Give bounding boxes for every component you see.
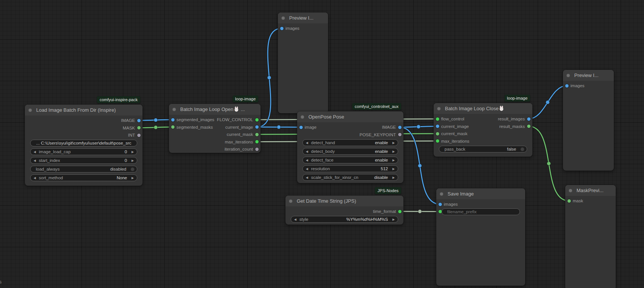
link-midpoint-dot[interactable] [418,164,422,168]
link-midpoint-dot[interactable] [418,209,422,213]
output-slot-current_image: current_image [225,124,261,131]
result_images-output-dot[interactable] [527,117,531,121]
increment-arrow-icon[interactable]: ▶ [393,216,395,223]
images-input-dot[interactable] [565,84,569,88]
link-midpoint-dot[interactable] [417,125,420,129]
image-input-dot[interactable] [299,126,303,129]
decrement-arrow-icon[interactable]: ◀ [34,157,36,164]
link-midpoint-dot[interactable] [154,118,158,122]
link-midpoint-dot[interactable] [277,125,281,129]
node-mask-preview[interactable]: MaskPrevi...mask [565,185,616,288]
link-midpoint-dot[interactable] [267,76,271,80]
collapse-dot[interactable] [28,108,32,112]
time_format-output-dot[interactable] [398,210,402,213]
collapse-dot[interactable] [569,189,572,193]
widget-filename_prefix[interactable]: filename_prefix [442,208,520,215]
input-slot-label: flow_control [441,117,464,121]
widget-detect_hand[interactable]: ◀detect_handenable▶ [302,139,398,146]
output-slot-max_iterations: max_iterations [225,139,261,145]
increment-arrow-icon[interactable]: ▶ [132,157,134,164]
node-load-image-batch[interactable]: Load Image Batch From Dir (Inspire)IMAGE… [25,105,143,186]
widget-pass_back[interactable]: pass_backfalse [439,146,527,152]
iteration_count-output-dot[interactable] [255,148,259,151]
collapse-dot[interactable] [566,74,570,77]
decrement-arrow-icon[interactable]: ◀ [306,174,308,181]
input-slot-segmented_masks: segmented_masks [169,124,213,131]
decrement-arrow-icon[interactable]: ◀ [294,216,296,223]
widget-value: false [507,146,516,152]
widget-detect_body[interactable]: ◀detect_bodyenable▶ [302,148,398,155]
result_masks-output-dot[interactable] [527,125,531,128]
toggle-knob-icon[interactable] [130,167,135,171]
output-slot-label: MASK [123,126,135,130]
collapse-dot[interactable] [437,107,441,111]
collapse-dot[interactable] [289,199,293,203]
collapse-dot[interactable] [301,115,304,119]
decrement-arrow-icon[interactable]: ◀ [306,140,308,146]
node-batch-loop-close[interactable]: Batch Image Loop Closeflow_controlcurren… [434,103,532,157]
node-preview-image-top[interactable]: Preview I...images [278,12,328,113]
widget-value: enable [375,157,388,163]
output-slot-label: current_image [225,125,253,129]
widget-sort_method[interactable]: ◀sort_methodNone▶ [30,174,137,181]
increment-arrow-icon[interactable]: ▶ [393,140,395,146]
increment-arrow-icon[interactable]: ▶ [393,157,395,163]
node-get-date-time[interactable]: Get Date Time String (JPS)time_format◀st… [285,196,403,225]
clipped-text: s [0,279,2,285]
input-slot-label: segmented_images [176,117,214,122]
IMAGE-output-dot[interactable] [398,126,402,129]
rabbit-emoji-icon [499,106,504,111]
output-slot-label: FLOW_CONTROL [217,117,253,122]
IMAGE-output-dot[interactable] [137,119,141,122]
toggle-knob-icon[interactable] [520,147,524,151]
increment-arrow-icon[interactable]: ▶ [393,166,395,172]
widget-style[interactable]: ◀style%Y%m%d%H%M%S▶ [291,216,398,223]
node-save-image[interactable]: Save Imageimagesfilename_prefixfilename_… [436,188,525,286]
decrement-arrow-icon[interactable]: ◀ [34,175,36,181]
collapse-dot[interactable] [172,108,176,111]
widget-scale_stick_for_xinsr_cn[interactable]: ◀scale_stick_for_xinsr_cndisable▶ [302,174,398,181]
max_iterations-output-dot[interactable] [255,140,259,143]
current_image-input-dot[interactable] [436,125,439,128]
link-midpoint-dot[interactable] [547,162,551,165]
flow_control-input-dot[interactable] [436,117,439,121]
decrement-arrow-icon[interactable]: ◀ [306,166,308,172]
INT-output-dot[interactable] [137,134,141,137]
images-input-dot[interactable] [280,27,284,30]
increment-arrow-icon[interactable]: ▶ [393,174,395,181]
images-input-dot[interactable] [439,203,442,206]
node-preview-image-right[interactable]: Preview I...images [563,70,614,171]
link-midpoint-dot[interactable] [154,126,158,129]
decrement-arrow-icon[interactable]: ◀ [34,149,36,155]
increment-arrow-icon[interactable]: ▶ [132,175,134,181]
node-graph-canvas[interactable]: s Load Image Batch From Dir (Inspire)IMA… [0,0,644,288]
current_mask-input-dot[interactable] [436,132,439,136]
node-openpose-pose[interactable]: OpenPose PoseimageIMAGEPOSE_KEYPOINT◀det… [297,111,403,183]
widget-image_load_cap[interactable]: ◀image_load_cap0▶ [30,148,137,155]
current_mask-output-dot[interactable] [255,133,259,136]
node-batch-loop-open[interactable]: Batch Image Loop Open ...segmented_image… [169,104,261,153]
segmented_masks-input-dot[interactable] [171,125,175,129]
input-slot-label: current_image [441,124,469,129]
widget-resolution[interactable]: ◀resolution512▶ [302,165,398,172]
decrement-arrow-icon[interactable]: ◀ [306,148,308,155]
MASK-output-dot[interactable] [137,126,141,129]
decrement-arrow-icon[interactable]: ◀ [306,157,308,163]
current_image-output-dot[interactable] [255,125,259,129]
segmented_images-input-dot[interactable] [171,118,175,122]
widget-label: pass_back [445,146,465,152]
POSE_KEYPOINT-output-dot[interactable] [398,133,402,136]
increment-arrow-icon[interactable]: ▶ [132,149,134,155]
increment-arrow-icon[interactable]: ▶ [393,148,395,155]
input-slot-label: images [444,202,458,206]
widget-path-text[interactable]: ... C:\Users\syui\git\comfyui\user\defau… [30,140,137,146]
link-midpoint-dot[interactable] [546,100,550,104]
widget-detect_face[interactable]: ◀detect_faceenable▶ [302,157,398,163]
collapse-dot[interactable] [281,16,285,20]
widget-start_index[interactable]: ◀start_index0▶ [30,157,137,164]
max_iterations-input-dot[interactable] [436,139,439,143]
widget-load_always[interactable]: load_alwaysdisabled [30,166,137,172]
collapse-dot[interactable] [440,192,443,196]
FLOW_CONTROL-output-dot[interactable] [255,118,259,122]
mask-input-dot[interactable] [567,199,571,203]
